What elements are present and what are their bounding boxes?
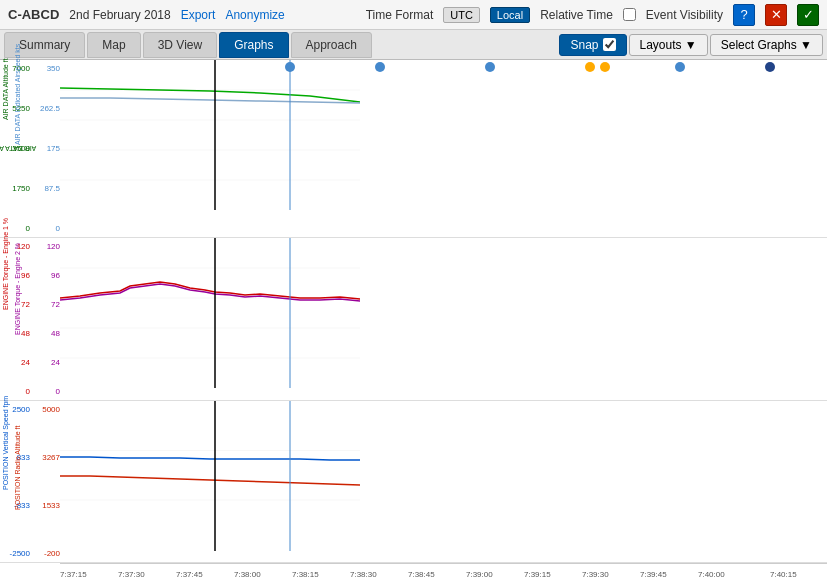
ra-y-3267: 3267 <box>42 453 60 462</box>
time-label-7: 7:39:00 <box>466 570 493 579</box>
time-label-9: 7:39:30 <box>582 570 609 579</box>
ra-axis-text: POSITION Radio Altitude ft <box>14 426 21 510</box>
svg-point-18 <box>585 62 595 72</box>
snap-checkbox[interactable] <box>603 38 616 51</box>
alt-y-1750: 1750 <box>12 184 30 193</box>
chart-3-svg <box>60 401 360 551</box>
svg-point-15 <box>285 62 295 72</box>
eng1-axis-text: ENGINE Torque - Engine 1 % <box>2 218 9 310</box>
vs-y-2500: 2500 <box>12 405 30 414</box>
eng1-y-24: 24 <box>21 358 30 367</box>
svg-rect-2 <box>60 60 360 210</box>
select-graphs-button[interactable]: Select Graphs ▼ <box>710 34 823 56</box>
local-button[interactable]: Local <box>490 7 530 23</box>
time-label-11: 7:40:00 <box>698 570 725 579</box>
ra-y-5000: 5000 <box>42 405 60 414</box>
svg-point-19 <box>600 62 610 72</box>
eng1-y-48: 48 <box>21 329 30 338</box>
eng2-y-48: 48 <box>51 329 60 338</box>
header-bar: C-ABCD 2nd February 2018 Export Anonymiz… <box>0 0 827 30</box>
aircraft-id: C-ABCD <box>8 7 59 22</box>
close-button[interactable]: ✕ <box>765 4 787 26</box>
alt-axis-text: AIR DATA Altitude ft <box>2 58 9 120</box>
snap-button[interactable]: Snap <box>559 34 626 56</box>
tab-approach[interactable]: Approach <box>291 32 372 58</box>
eng2-y-120: 120 <box>47 242 60 251</box>
chart-panel-3: 2500 833 -833 -2500 5000 3267 1533 -200 <box>0 401 827 563</box>
relative-time-label: Relative Time <box>540 8 613 22</box>
ias-axis-text: AIR DATA Indicated Airspeed kts <box>14 44 21 145</box>
svg-rect-22 <box>60 238 360 388</box>
svg-point-21 <box>765 62 775 72</box>
chart-panel-2: 120 96 72 48 24 0 120 96 72 48 24 0 <box>0 238 827 400</box>
event-visibility-label: Event Visibility <box>646 8 723 22</box>
tab-bar: Summary Map 3D View Graphs Approach Snap… <box>0 30 827 60</box>
time-label-4: 7:38:15 <box>292 570 319 579</box>
ra-y-1533: 1533 <box>42 501 60 510</box>
check-button[interactable]: ✓ <box>797 4 819 26</box>
time-label-3: 7:38:00 <box>234 570 261 579</box>
eng2-axis-text: ENGINE Torque - Engine 2 % <box>14 243 21 335</box>
time-label-5: 7:38:30 <box>350 570 377 579</box>
svg-point-16 <box>375 62 385 72</box>
time-label-0: 7:37:15 <box>60 570 87 579</box>
eng1-y-96: 96 <box>21 271 30 280</box>
export-link[interactable]: Export <box>181 8 216 22</box>
ias-y-175: 175 <box>47 144 60 153</box>
eng1-y-72: 72 <box>21 300 30 309</box>
tab-map[interactable]: Map <box>87 32 140 58</box>
time-label-1: 7:37:30 <box>118 570 145 579</box>
chart-panel-1: 7000 5250 3500 1750 0 350 262.5 175 87.5… <box>0 60 827 238</box>
layouts-label: Layouts ▼ <box>640 38 697 52</box>
time-axis: 7:37:15 7:37:30 7:37:45 7:38:00 7:38:15 … <box>60 563 827 583</box>
ias-y-350: 350 <box>47 64 60 73</box>
relative-time-checkbox-area[interactable] <box>623 8 636 21</box>
layouts-button[interactable]: Layouts ▼ <box>629 34 708 56</box>
tab-3dview[interactable]: 3D View <box>143 32 217 58</box>
ra-y-n200: -200 <box>44 549 60 558</box>
help-button[interactable]: ? <box>733 4 755 26</box>
tab-graphs[interactable]: Graphs <box>219 32 288 58</box>
eng2-y-72: 72 <box>51 300 60 309</box>
anonymize-link[interactable]: Anonymize <box>225 8 284 22</box>
time-label-6: 7:38:45 <box>408 570 435 579</box>
event-dots-panel1 <box>60 60 827 74</box>
ias-y-262: 262.5 <box>40 104 60 113</box>
time-label-10: 7:39:45 <box>640 570 667 579</box>
chart-area: 7000 5250 3500 1750 0 350 262.5 175 87.5… <box>0 60 827 583</box>
ias-y-87: 87.5 <box>44 184 60 193</box>
select-graphs-label: Select Graphs ▼ <box>721 38 812 52</box>
time-label-2: 7:37:45 <box>176 570 203 579</box>
time-label-8: 7:39:15 <box>524 570 551 579</box>
relative-time-checkbox[interactable] <box>623 8 636 21</box>
eng2-y-96: 96 <box>51 271 60 280</box>
ias-y-0: 0 <box>56 224 60 233</box>
time-format-label: Time Format <box>366 8 434 22</box>
vs-y-n2500: -2500 <box>10 549 30 558</box>
eng2-y-24: 24 <box>51 358 60 367</box>
snap-label: Snap <box>570 38 598 52</box>
flight-date: 2nd February 2018 <box>69 8 170 22</box>
svg-point-17 <box>485 62 495 72</box>
vs-axis-text: POSITION Vertical Speed fpm <box>2 396 9 490</box>
svg-point-20 <box>675 62 685 72</box>
utc-button[interactable]: UTC <box>443 7 480 23</box>
time-label-12: 7:40:15 <box>770 570 797 579</box>
chart-2-svg <box>60 238 360 388</box>
chart-1-svg <box>60 60 360 210</box>
